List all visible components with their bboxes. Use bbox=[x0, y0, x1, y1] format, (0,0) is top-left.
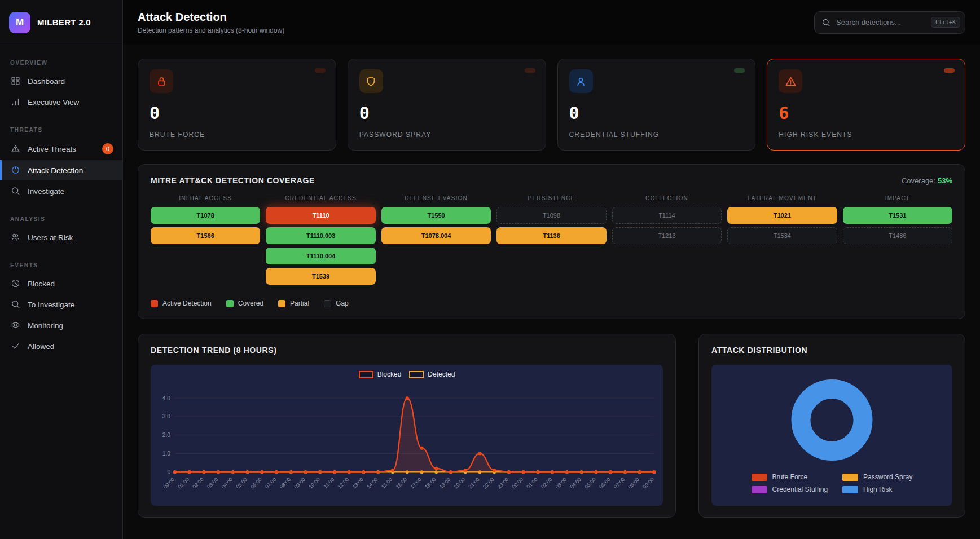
sidebar-item-active-threats[interactable]: Active Threats0 bbox=[0, 138, 122, 160]
technique-chip-T1098[interactable]: T1098 bbox=[496, 207, 606, 224]
svg-text:12:00: 12:00 bbox=[337, 476, 350, 489]
page-subtitle: Detection patterns and analytics (8-hour… bbox=[138, 26, 284, 34]
trend-legend-item-blocked[interactable]: Blocked bbox=[359, 370, 402, 378]
attack-distribution-card: ATTACK DISTRIBUTION Brute ForcePassword … bbox=[698, 334, 965, 518]
mitre-column-lateral-movement: LATERAL MOVEMENTT1021T1534 bbox=[727, 195, 837, 285]
distribution-legend-item-brute-force[interactable]: Brute Force bbox=[752, 473, 828, 481]
svg-text:03:00: 03:00 bbox=[206, 476, 219, 489]
sidebar-item-users-at-risk[interactable]: Users at Risk bbox=[0, 227, 122, 248]
legend-swatch bbox=[842, 486, 858, 493]
technique-chip-T1078[interactable]: T1078 bbox=[151, 207, 260, 224]
stat-card-credential-stuffing[interactable]: 0CREDENTIAL STUFFING bbox=[557, 59, 756, 151]
svg-text:00:00: 00:00 bbox=[162, 476, 175, 489]
stat-card-password-spray[interactable]: 0PASSWORD SPRAY bbox=[348, 59, 546, 151]
legend-swatch bbox=[409, 371, 424, 378]
legend-swatch bbox=[226, 300, 234, 307]
mitre-column-credential-access: CREDENTIAL ACCESST1110T1110.003T1110.004… bbox=[266, 195, 375, 285]
technique-chip-T1213[interactable]: T1213 bbox=[612, 227, 722, 244]
svg-text:3.0: 3.0 bbox=[162, 413, 171, 419]
legend-label: Active Detection bbox=[162, 299, 212, 307]
technique-chip-T1539[interactable]: T1539 bbox=[266, 268, 375, 285]
technique-chip-T1486[interactable]: T1486 bbox=[843, 227, 952, 244]
eye-icon bbox=[11, 320, 21, 330]
distribution-legend-item-credential-stuffing[interactable]: Credential Stuffing bbox=[752, 485, 828, 493]
trend-legend-item-detected[interactable]: Detected bbox=[409, 370, 455, 378]
legend-label: Gap bbox=[336, 299, 349, 307]
svg-text:04:00: 04:00 bbox=[569, 476, 582, 489]
bar-chart-icon bbox=[11, 97, 21, 107]
legend-swatch bbox=[842, 474, 858, 481]
search-icon bbox=[11, 299, 21, 310]
technique-chip-T1566[interactable]: T1566 bbox=[151, 227, 260, 244]
trend-indicator-pill bbox=[525, 68, 535, 73]
technique-chip-T1110[interactable]: T1110 bbox=[266, 207, 375, 224]
sidebar-section-title: OVERVIEW bbox=[0, 53, 122, 70]
sidebar-item-label: Blocked bbox=[28, 280, 55, 288]
lock-icon bbox=[150, 69, 173, 93]
search-input[interactable] bbox=[836, 18, 925, 26]
svg-text:15:00: 15:00 bbox=[380, 476, 393, 489]
distribution-title: ATTACK DISTRIBUTION bbox=[711, 346, 952, 355]
shield-icon bbox=[359, 69, 383, 93]
mitre-legend-item-partial: Partial bbox=[278, 299, 309, 307]
stat-card-high-risk-events[interactable]: 6HIGH RISK EVENTS bbox=[767, 59, 965, 151]
stat-value: 0 bbox=[569, 103, 744, 123]
search-box[interactable]: Ctrl+K bbox=[814, 11, 965, 34]
legend-label: Password Spray bbox=[863, 473, 912, 481]
technique-chip-T1078.004[interactable]: T1078.004 bbox=[381, 227, 491, 244]
sidebar-item-executive-view[interactable]: Executive View bbox=[0, 92, 122, 112]
grid-icon bbox=[11, 76, 21, 86]
sidebar-item-investigate[interactable]: Investigate bbox=[0, 181, 122, 201]
brand-name: MILBERT 2.0 bbox=[37, 17, 91, 27]
mitre-column-title: DEFENSE EVASION bbox=[381, 195, 491, 201]
trend-line-chart: 01.02.03.04.000:0001:0002:0003:0004:0005… bbox=[151, 365, 663, 506]
mitre-column-persistence: PERSISTENCET1098T1136 bbox=[496, 195, 606, 285]
sidebar-item-blocked[interactable]: Blocked bbox=[0, 273, 122, 294]
technique-chip-T1110.004[interactable]: T1110.004 bbox=[266, 248, 375, 264]
technique-chip-T1021[interactable]: T1021 bbox=[727, 207, 837, 224]
trend-indicator-pill bbox=[315, 68, 326, 73]
stat-value: 0 bbox=[359, 103, 534, 123]
sidebar-item-label: Dashboard bbox=[28, 77, 65, 86]
page-title: Attack Detection bbox=[138, 11, 284, 24]
sidebar-item-allowed[interactable]: Allowed bbox=[0, 336, 122, 356]
technique-chip-T1534[interactable]: T1534 bbox=[727, 227, 837, 244]
technique-chip-T1114[interactable]: T1114 bbox=[612, 207, 722, 224]
svg-text:06:00: 06:00 bbox=[598, 476, 611, 489]
mitre-column-title: PERSISTENCE bbox=[496, 195, 606, 201]
svg-text:2.0: 2.0 bbox=[162, 432, 171, 438]
mitre-column-title: INITIAL ACCESS bbox=[151, 195, 260, 201]
technique-chip-T1550[interactable]: T1550 bbox=[381, 207, 491, 224]
sidebar-item-to-investigate[interactable]: To Investigate bbox=[0, 294, 122, 315]
distribution-legend-item-password-spray[interactable]: Password Spray bbox=[842, 473, 912, 481]
stat-card-brute-force[interactable]: 0BRUTE FORCE bbox=[138, 59, 336, 151]
mitre-column-impact: IMPACTT1531T1486 bbox=[843, 195, 952, 285]
svg-text:22:00: 22:00 bbox=[482, 476, 495, 489]
distribution-legend: Brute ForcePassword SprayCredential Stuf… bbox=[752, 473, 913, 493]
sidebar-section-title: THREATS bbox=[0, 120, 122, 138]
user-icon bbox=[569, 69, 593, 93]
legend-label: Credential Stuffing bbox=[772, 485, 828, 493]
sidebar-item-label: Allowed bbox=[28, 342, 54, 351]
trend-indicator-pill bbox=[734, 68, 745, 73]
mitre-legend-item-covered: Covered bbox=[226, 299, 263, 307]
svg-text:05:00: 05:00 bbox=[583, 476, 596, 489]
technique-chip-T1136[interactable]: T1136 bbox=[496, 227, 606, 244]
legend-swatch bbox=[278, 300, 285, 307]
sidebar-item-label: Attack Detection bbox=[28, 166, 83, 175]
legend-label: Detected bbox=[428, 370, 455, 378]
sidebar-item-monitoring[interactable]: Monitoring bbox=[0, 315, 122, 335]
mitre-column-title: IMPACT bbox=[843, 195, 952, 201]
trend-indicator-pill bbox=[944, 68, 955, 73]
distribution-legend-item-high-risk[interactable]: High Risk bbox=[842, 485, 912, 493]
sidebar-item-attack-detection[interactable]: Attack Detection bbox=[0, 160, 122, 180]
coverage-value: 53% bbox=[938, 176, 952, 185]
technique-chip-T1110.003[interactable]: T1110.003 bbox=[266, 227, 375, 244]
sidebar-section-title: ANALYSIS bbox=[0, 209, 122, 227]
sidebar-item-dashboard[interactable]: Dashboard bbox=[0, 71, 122, 91]
legend-label: Partial bbox=[290, 299, 309, 307]
sidebar-section-analysis: ANALYSISUsers at Risk bbox=[0, 209, 122, 248]
svg-text:1.0: 1.0 bbox=[162, 450, 171, 457]
technique-chip-T1531[interactable]: T1531 bbox=[843, 207, 952, 224]
search-shortcut-badge: Ctrl+K bbox=[931, 17, 960, 28]
